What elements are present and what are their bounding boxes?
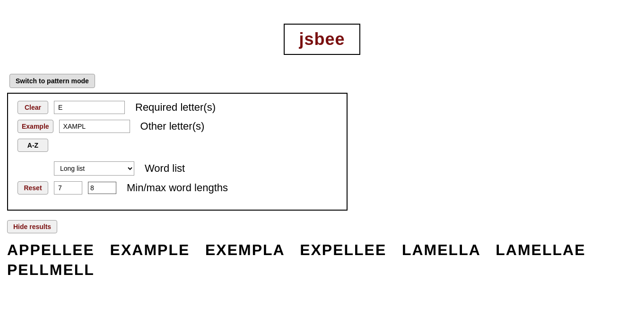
- clear-button[interactable]: Clear: [17, 101, 48, 114]
- reset-button[interactable]: Reset: [17, 181, 48, 195]
- min-max-label: Min/max word lengths: [127, 182, 228, 194]
- logo-container: jsbee: [284, 24, 360, 55]
- word-list-label: Word list: [145, 162, 185, 175]
- word-list-row: Long list Short list Scrabble TWL Scrabb…: [17, 161, 337, 176]
- required-letters-label: Required letter(s): [135, 101, 216, 114]
- mode-switch-area: Switch to pattern mode: [0, 74, 644, 88]
- example-button[interactable]: Example: [17, 120, 53, 133]
- mode-switch-button[interactable]: Switch to pattern mode: [9, 74, 95, 88]
- results-words: APPELLEE EXAMPLE EXEMPLA EXPELLEE LAMELL…: [7, 240, 637, 280]
- max-length-input[interactable]: [90, 184, 107, 192]
- min-max-row: Reset Min/max word lengths: [17, 181, 337, 195]
- logo-text: jsbee: [299, 29, 345, 49]
- required-letters-row: Clear Required letter(s): [17, 101, 337, 114]
- max-length-spinner[interactable]: [88, 182, 116, 194]
- word-list-select[interactable]: Long list Short list Scrabble TWL Scrabb…: [54, 161, 134, 176]
- other-letters-label: Other letter(s): [140, 120, 205, 133]
- main-panel: Clear Required letter(s) Example Other l…: [7, 93, 348, 211]
- az-row: A-Z: [17, 139, 337, 152]
- hide-results-button[interactable]: Hide results: [7, 220, 57, 233]
- results-area: Hide results APPELLEE EXAMPLE EXEMPLA EX…: [0, 211, 644, 284]
- required-letters-input[interactable]: [54, 101, 125, 114]
- other-letters-row: Example Other letter(s): [17, 120, 337, 133]
- other-letters-input[interactable]: [59, 120, 130, 133]
- az-button[interactable]: A-Z: [17, 139, 48, 152]
- min-length-input[interactable]: [54, 181, 82, 195]
